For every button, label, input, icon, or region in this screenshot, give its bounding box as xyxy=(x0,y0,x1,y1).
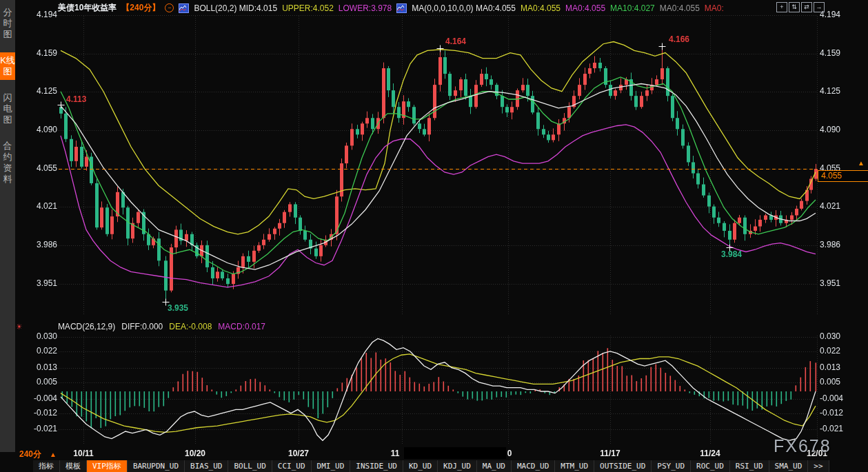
macd-axis-label-left: 0.005 xyxy=(15,377,57,387)
indicator-tab-12[interactable]: MA_UD xyxy=(477,460,512,472)
price-axis-label-right: 4.159 xyxy=(820,48,840,58)
macd-axis-label-left: -0.021 xyxy=(15,424,57,433)
date-axis-label: 0 xyxy=(507,449,512,458)
macd-axis-label-right: 0.005 xyxy=(820,377,840,387)
sidebar-tab-3[interactable]: 闪电图 xyxy=(0,90,15,128)
expand-right-icon[interactable]: → xyxy=(814,2,825,12)
price-axis-label-left: 4.090 xyxy=(21,125,57,134)
mini-chart-icon[interactable] xyxy=(179,3,189,13)
indicator-tab-17[interactable]: ROC_UD xyxy=(691,460,730,472)
date-axis-label: 11/24 xyxy=(700,449,720,458)
price-extreme-label: 4.164 xyxy=(445,37,466,46)
macd-axis-label-right: -0.012 xyxy=(820,408,843,418)
mini-chart-icon[interactable] xyxy=(396,3,407,13)
indicator-tab-13[interactable]: MACD_UD xyxy=(512,460,555,472)
indicator-tab-14[interactable]: MTM_UD xyxy=(555,460,594,472)
price-axis-label-right: 3.951 xyxy=(820,278,840,288)
price-axis-label-right: 4.125 xyxy=(820,86,840,96)
macd-axis-label-left: 0.013 xyxy=(15,362,57,372)
header-segment-0: 美债10年收益率 xyxy=(58,2,117,14)
indicator-tab-11[interactable]: KDJ_UD xyxy=(438,460,477,472)
macd-axis-label-right: -0.004 xyxy=(820,393,843,403)
indicator-tab-16[interactable]: PSY_UD xyxy=(652,460,691,472)
indicator-tab-6[interactable]: BOLL_UD xyxy=(228,460,272,472)
price-axis-label-left: 4.159 xyxy=(21,48,57,58)
price-axis-label-left: 4.021 xyxy=(21,201,57,211)
redaction-overlay xyxy=(404,447,506,459)
chart-window-controls: +⇅⇄→ xyxy=(776,2,825,12)
price-extreme-label: 4.113 xyxy=(66,94,86,104)
chart-type-sidebar: 分时图K线图闪电图合约资料 xyxy=(0,0,15,452)
indicator-tab-10[interactable]: KD_UD xyxy=(403,460,438,472)
period-dropdown-arrow: ▲ xyxy=(50,451,57,458)
macd-params: MACD(26,12,9) xyxy=(58,322,115,331)
indicator-header: 美债10年收益率【240分】−BOLL(20,2) MID:4.015UPPER… xyxy=(58,2,724,14)
indicator-tab-5[interactable]: BIAS_UD xyxy=(185,460,228,472)
indicator-tab-9[interactable]: INSIDE_UD xyxy=(350,460,403,472)
macd-axis-label-right: 0.022 xyxy=(820,346,840,356)
macd-axis-label-right: 0.013 xyxy=(820,362,840,372)
sidebar-tab-1[interactable]: 分时图 xyxy=(0,4,15,43)
indicator-tab-4[interactable]: BARUPDN_UD xyxy=(128,460,185,472)
current-price-value: 4.055 xyxy=(821,171,842,181)
price-axis-label-right: 4.021 xyxy=(820,201,840,211)
collapse-indicator-icon[interactable]: − xyxy=(165,3,174,12)
header-segment-1: 【240分】 xyxy=(121,2,160,14)
trading-terminal: 分时图K线图闪电图合约资料 美债10年收益率【240分】−BOLL(20,2) … xyxy=(0,0,868,472)
price-extreme-label: 3.935 xyxy=(168,303,188,313)
header-segment-5: UPPER:4.052 xyxy=(282,3,334,13)
macd-axis-label-left: 0.030 xyxy=(15,331,57,341)
sidebar-tab-4[interactable]: 合约资料 xyxy=(0,138,15,187)
header-segment-4: BOLL(20,2) MID:4.015 xyxy=(194,3,277,13)
price-chart-canvas[interactable] xyxy=(0,0,868,472)
macd-axis-label-left: -0.004 xyxy=(15,393,57,403)
pan-icon[interactable]: + xyxy=(776,2,787,12)
macd-axis-label-right: -0.021 xyxy=(820,424,843,433)
period-label: 240分 xyxy=(19,449,41,459)
more-indicators-button[interactable]: >> xyxy=(808,460,829,472)
current-price-box: 4.055 xyxy=(818,170,868,182)
indicator-tab-1[interactable]: 指标 xyxy=(33,460,60,472)
macd-diff-value: DIFF:0.000 xyxy=(121,322,163,331)
macd-header: ☀ MACD(26,12,9) DIFF:0.000 DEA:-0.008 MA… xyxy=(16,322,265,331)
header-segment-8: MA(0,0,0,10,0,0) MA0:4.055 xyxy=(412,3,516,13)
indicator-tab-3[interactable]: VIP指标 xyxy=(87,460,128,472)
price-axis-label-right: 4.090 xyxy=(820,125,840,134)
header-segment-9: MA0:4.055 xyxy=(521,3,561,13)
macd-macd-value: MACD:0.017 xyxy=(218,322,265,331)
header-segment-10: MA0:4.055 xyxy=(565,3,605,13)
price-axis-label-left: 4.125 xyxy=(21,86,57,96)
sidebar-tab-2[interactable]: K线图 xyxy=(0,52,15,80)
indicator-tab-15[interactable]: OUTSIDE_UD xyxy=(594,460,652,472)
macd-axis-label-right: 0.030 xyxy=(820,331,840,341)
price-axis-label-right: 3.986 xyxy=(820,240,840,249)
macd-axis-label-left: 0.022 xyxy=(15,346,57,356)
period-selector[interactable]: 240分▲ xyxy=(19,449,57,460)
watermark: FX678 xyxy=(774,436,831,456)
indicator-tab-19[interactable]: SMA_UD xyxy=(769,460,809,472)
x-scale-icon[interactable]: ⇄ xyxy=(801,2,812,12)
price-extreme-label: 3.984 xyxy=(721,249,742,259)
indicator-tab-7[interactable]: CCI_UD xyxy=(272,460,312,472)
header-segment-12: MA0:4.055 xyxy=(660,3,700,13)
date-axis-label: 10/20 xyxy=(185,449,205,458)
price-axis-label-left: 4.055 xyxy=(21,163,57,173)
indicator-tab-2[interactable]: 模板 xyxy=(60,460,87,472)
y-scale-icon[interactable]: ⇅ xyxy=(789,2,800,12)
price-axis-label-left: 3.951 xyxy=(21,278,57,288)
price-up-arrow-icon: ▲ xyxy=(858,159,865,167)
indicator-tab-bar: 指标模板VIP指标BARUPDN_UDBIAS_UDBOLL_UDCCI_UDD… xyxy=(33,460,829,472)
date-axis-label: 11/17 xyxy=(600,449,620,458)
header-segment-6: LOWER:3.978 xyxy=(339,3,392,13)
price-axis-label-left: 4.194 xyxy=(21,10,57,19)
price-extreme-label: 4.166 xyxy=(669,34,689,44)
date-axis-label: 10/27 xyxy=(288,449,309,458)
price-axis-label-left: 3.986 xyxy=(21,240,57,249)
macd-dea-value: DEA:-0.008 xyxy=(169,322,212,331)
indicator-settings-icon[interactable]: ☀ xyxy=(16,322,23,331)
indicator-tab-18[interactable]: RSI_UD xyxy=(730,460,769,472)
indicator-tab-8[interactable]: DMI_UD xyxy=(312,460,351,472)
header-segment-11: MA10:4.027 xyxy=(610,3,655,13)
date-axis-label: 10/11 xyxy=(73,449,93,458)
date-axis-label: 11 xyxy=(391,449,400,458)
